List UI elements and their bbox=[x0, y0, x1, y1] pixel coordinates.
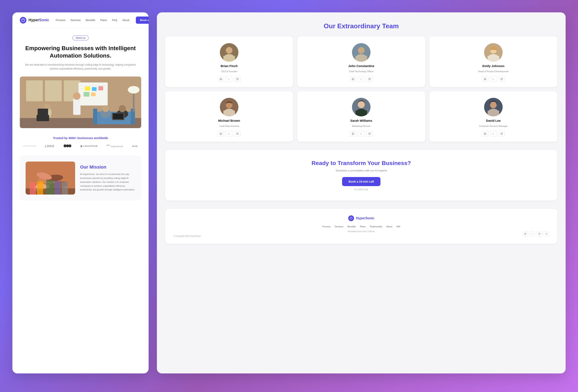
team-socials-brian: 𝕏 bbox=[218, 76, 241, 82]
footer-link-testimonials[interactable]: Testimonials bbox=[370, 225, 382, 228]
svg-rect-27 bbox=[113, 113, 123, 119]
team-name-david: David Lee bbox=[486, 119, 501, 122]
twitter-icon-emily[interactable]: 𝕏 bbox=[490, 76, 496, 82]
svg-rect-48 bbox=[62, 182, 68, 195]
book-call-button[interactable]: Book a call bbox=[136, 16, 149, 24]
svg-point-92 bbox=[238, 133, 238, 133]
about-badge: About us bbox=[72, 36, 88, 41]
footer-link-benefits[interactable]: Benefits bbox=[348, 225, 356, 228]
cta-book-button[interactable]: Book a 15-min call bbox=[342, 177, 381, 186]
avatar-brian bbox=[220, 43, 239, 62]
instagram-icon-brian[interactable] bbox=[234, 76, 241, 82]
nav-faq[interactable]: FAQ bbox=[112, 19, 117, 22]
team-card-brian: Brian Finch CEO & Founder 𝕏 bbox=[165, 37, 293, 87]
footer-link-about[interactable]: About bbox=[386, 225, 392, 228]
linkedin-icon-john[interactable] bbox=[350, 76, 356, 82]
team-card-sarah: Sarah Williams Marketing Director 𝕏 bbox=[297, 91, 425, 142]
logo[interactable]: HyperSonic bbox=[20, 17, 49, 24]
instagram-icon-john[interactable] bbox=[366, 76, 373, 82]
instagram-icon-sarah[interactable] bbox=[366, 131, 373, 137]
team-name-john: John Constantine bbox=[348, 64, 375, 68]
svg-rect-47 bbox=[54, 181, 61, 195]
footer-linkedin-icon[interactable] bbox=[523, 231, 528, 236]
footer-link-services[interactable]: Services bbox=[335, 225, 343, 228]
svg-rect-63 bbox=[355, 56, 367, 62]
nav-services[interactable]: Services bbox=[70, 19, 81, 22]
mission-content: Our Mission At HyperSonic, we strive to … bbox=[80, 165, 135, 191]
twitter-icon-john[interactable]: 𝕏 bbox=[358, 76, 364, 82]
logo-item-1: LOGOIPSUM bbox=[23, 145, 36, 147]
footer-logo: HyperSonic bbox=[173, 216, 549, 221]
svg-rect-65 bbox=[352, 79, 353, 80]
cta-free-note: It's 100% free bbox=[354, 188, 368, 191]
linkedin-icon-sarah[interactable] bbox=[350, 131, 356, 137]
footer-logo-icon bbox=[348, 216, 354, 221]
linkedin-icon-brian[interactable] bbox=[218, 76, 224, 82]
footer-instagram-icon[interactable] bbox=[537, 231, 542, 236]
svg-point-118 bbox=[525, 233, 525, 233]
svg-point-122 bbox=[540, 233, 540, 233]
svg-rect-16 bbox=[93, 109, 97, 124]
svg-point-81 bbox=[502, 78, 502, 79]
svg-point-25 bbox=[119, 105, 126, 112]
svg-rect-96 bbox=[355, 111, 367, 116]
nav-plans[interactable]: Plans bbox=[100, 19, 107, 22]
nav-benefits[interactable]: Benefits bbox=[86, 19, 95, 22]
instagram-icon-david[interactable] bbox=[498, 131, 505, 137]
footer-twitter-icon[interactable]: 𝕏 bbox=[530, 231, 535, 236]
svg-point-77 bbox=[484, 78, 485, 79]
svg-point-50 bbox=[226, 47, 233, 54]
hero-section: About us Empowering Businesses with Inte… bbox=[12, 28, 149, 128]
nav-about[interactable]: About bbox=[122, 19, 129, 22]
svg-rect-52 bbox=[223, 56, 235, 62]
svg-rect-54 bbox=[220, 79, 221, 80]
instagram-icon-emily[interactable] bbox=[498, 76, 505, 82]
footer-link-plans[interactable]: Plans bbox=[360, 225, 366, 228]
svg-point-33 bbox=[66, 144, 69, 147]
page-container: HyperSonic Process Services Benefits Pla… bbox=[0, 0, 578, 392]
logos-row: LOGOIPSUM LOGO LOGOIPSUM logoipsum ∞∞ bbox=[20, 144, 141, 148]
linkedin-icon-emily[interactable] bbox=[482, 76, 488, 82]
team-role-michael: Lead Data Scientist bbox=[219, 125, 239, 127]
footer-link-process[interactable]: Process bbox=[322, 225, 331, 228]
team-role-david: Customer Success Manager bbox=[479, 125, 508, 127]
svg-rect-74 bbox=[487, 56, 499, 62]
svg-rect-10 bbox=[92, 87, 96, 91]
mission-image bbox=[26, 162, 75, 195]
svg-point-69 bbox=[369, 79, 370, 80]
linkedin-icon-michael[interactable] bbox=[218, 131, 224, 137]
svg-point-61 bbox=[358, 47, 365, 54]
svg-rect-3 bbox=[26, 81, 43, 101]
svg-text:𝕏: 𝕏 bbox=[492, 78, 494, 80]
svg-text:𝕏: 𝕏 bbox=[492, 133, 494, 135]
footer-link-404[interactable]: 404 bbox=[396, 225, 400, 228]
logo-item-5: logoipsum bbox=[106, 145, 123, 147]
footer-nav: Process Services Benefits Plans Testimon… bbox=[173, 225, 549, 228]
twitter-icon-brian[interactable]: 𝕏 bbox=[226, 76, 232, 82]
twitter-icon-michael[interactable]: 𝕏 bbox=[226, 131, 232, 137]
svg-point-102 bbox=[369, 133, 370, 134]
instagram-icon-michael[interactable] bbox=[234, 131, 241, 137]
linkedin-icon-david[interactable] bbox=[482, 131, 488, 137]
cta-section: Ready to Transform Your Business? Schedu… bbox=[165, 150, 557, 201]
left-panel: HyperSonic Process Services Benefits Pla… bbox=[12, 12, 149, 373]
svg-rect-31 bbox=[38, 109, 48, 116]
svg-point-70 bbox=[370, 78, 370, 79]
logo-item-6: ∞∞ bbox=[132, 144, 138, 148]
svg-rect-98 bbox=[352, 133, 353, 134]
twitter-icon-david[interactable]: 𝕏 bbox=[490, 131, 496, 137]
mission-text: At HyperSonic, we strive to revolutioniz… bbox=[80, 172, 135, 191]
team-section: Our Extraordinary Team Brian Finch CEO bbox=[165, 22, 557, 142]
footer-help-icon[interactable]: ? bbox=[544, 231, 549, 236]
twitter-icon-sarah[interactable]: 𝕏 bbox=[358, 131, 364, 137]
footer-note: Animated icons from Lordicon bbox=[173, 230, 549, 232]
svg-text:𝕏: 𝕏 bbox=[531, 233, 533, 235]
nav-process[interactable]: Process bbox=[56, 19, 65, 22]
svg-text:𝕏: 𝕏 bbox=[228, 78, 230, 80]
svg-rect-46 bbox=[46, 180, 53, 195]
logo-text: HyperSonic bbox=[29, 18, 49, 22]
svg-point-34 bbox=[69, 144, 71, 147]
svg-rect-44 bbox=[30, 182, 36, 195]
avatar-david bbox=[484, 98, 503, 116]
avatar-john bbox=[352, 43, 371, 62]
